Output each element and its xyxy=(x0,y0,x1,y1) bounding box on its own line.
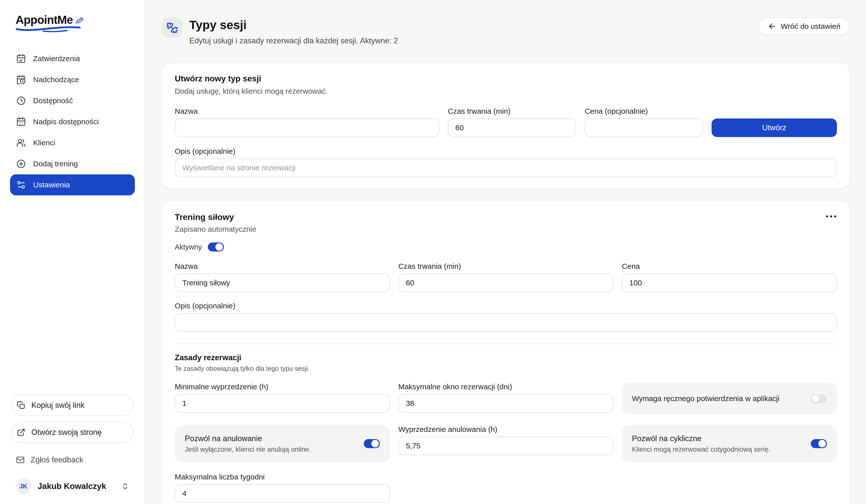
session-duration-input[interactable] xyxy=(398,274,613,292)
min-lead-label: Minimalne wyprzedzenie (h) xyxy=(175,382,390,391)
sidebar-item-ustawienia[interactable]: Ustawienia xyxy=(10,174,135,195)
cancel-lead-input[interactable] xyxy=(398,437,613,455)
session-fields-row: Nazwa Czas trwania (min) Cena xyxy=(175,262,837,292)
create-fields-row: Nazwa Czas trwania (min) Cena (opcjonaln… xyxy=(175,107,837,137)
duration-input[interactable] xyxy=(448,118,576,137)
create-card-subtitle: Dodaj usługę, którą klienci mogą rezerwo… xyxy=(175,87,837,95)
page-subtitle: Edytuj usługi i zasady rezerwacji dla ka… xyxy=(189,36,398,45)
session-name-input[interactable] xyxy=(175,274,390,292)
session-price-group: Cena xyxy=(622,262,837,292)
user-menu[interactable]: JK Jakub Kowalczyk xyxy=(15,479,129,494)
page-title: Typy sesji xyxy=(189,18,398,32)
booking-rules-title: Zasady rezerwacji xyxy=(175,353,837,362)
avatar: JK xyxy=(15,479,31,494)
active-label: Aktywny xyxy=(175,243,202,251)
sidebar-item-label: Klienci xyxy=(33,138,55,147)
back-to-settings-button[interactable]: Wróć do ustawień xyxy=(758,18,850,35)
allow-cancel-label: Pozwól na anulowanie xyxy=(185,434,311,443)
sidebar-item-nadchodzace[interactable]: Nadchodzące xyxy=(10,69,135,90)
app-logo-text: AppointMe xyxy=(15,13,73,26)
sidebar: AppointMe✎ Zatwierdzenia Nadchodzące Dos… xyxy=(0,0,145,504)
recurring-label: Pozwól na cykliczne xyxy=(632,434,770,443)
booking-rules-subtitle: Te zasady obowiązują tylko dla tego typu… xyxy=(175,365,837,373)
max-window-group: Maksymalne okno rezerwacji (dni) xyxy=(398,382,613,413)
duration-field-group: Czas trwania (min) xyxy=(448,107,576,137)
sliders-icon xyxy=(16,180,26,190)
user-name: Jakub Kowalczyk xyxy=(37,481,106,491)
max-window-input[interactable] xyxy=(398,394,613,413)
ellipsis-icon xyxy=(825,215,837,218)
recurring-subtitle: Klienci mogą rezerwować cotygodniową ser… xyxy=(632,446,770,454)
mail-icon xyxy=(16,456,24,464)
calendar-clock-icon xyxy=(16,75,26,85)
copy-icon xyxy=(17,401,25,410)
name-input[interactable] xyxy=(175,118,439,137)
sidebar-item-klienci[interactable]: Klienci xyxy=(10,132,135,153)
section-divider xyxy=(175,344,837,344)
cancel-lead-label: Wyprzedzenie anulowania (h) xyxy=(398,425,613,434)
session-price-input[interactable] xyxy=(622,274,837,292)
session-duration-group: Czas trwania (min) xyxy=(398,262,613,292)
session-types-icon-box xyxy=(162,18,182,38)
max-window-label: Maksymalne okno rezerwacji (dni) xyxy=(398,382,613,391)
calendar-check-icon xyxy=(16,54,26,64)
manual-confirm-box: Wymaga ręcznego potwierdzenia w aplikacj… xyxy=(622,382,837,415)
sidebar-item-label: Nadchodzące xyxy=(33,76,79,84)
copy-link-label: Kopiuj swój link xyxy=(31,401,85,410)
feedback-link[interactable]: Zgłoś feedback xyxy=(16,455,145,465)
sidebar-spacer xyxy=(0,195,145,395)
sidebar-item-zatwierdzenia[interactable]: Zatwierdzenia xyxy=(10,48,135,69)
max-weeks-group: Maksymalna liczba tygodni xyxy=(175,473,390,503)
sidebar-item-dostepnosc[interactable]: Dostępność xyxy=(10,90,135,111)
max-weeks-label: Maksymalna liczba tygodni xyxy=(175,473,390,481)
main-content: Typy sesji Edytuj usługi i zasady rezerw… xyxy=(145,0,866,504)
manual-confirm-toggle[interactable] xyxy=(811,394,827,403)
sidebar-item-label: Dodaj trening xyxy=(33,160,78,168)
price-label: Cena (opcjonalnie) xyxy=(585,107,703,115)
duration-label: Czas trwania (min) xyxy=(448,107,576,115)
active-toggle-row: Aktywny xyxy=(175,242,837,252)
pen-icon: ✎ xyxy=(72,15,86,26)
dumbbell-icon xyxy=(166,22,178,34)
allow-cancel-subtitle: Jeśli wyłączone, klienci nie anulują onl… xyxy=(185,446,311,454)
toggle-knob xyxy=(371,440,379,447)
description-label: Opis (opcjonalnie) xyxy=(175,147,837,156)
active-toggle[interactable] xyxy=(208,242,224,252)
create-card-title: Utwórz nowy typ sesji xyxy=(175,74,837,83)
toggle-knob xyxy=(812,395,819,402)
allow-cancel-toggle[interactable] xyxy=(364,439,380,448)
booking-rules-grid: Minimalne wyprzedzenie (h) Maksymalne ok… xyxy=(175,382,837,503)
session-name-label: Nazwa xyxy=(175,262,390,271)
clock-icon xyxy=(16,96,26,106)
session-card-titles: Trening siłowy Zapisano automatycznie xyxy=(175,212,256,233)
more-options-button[interactable] xyxy=(825,215,837,219)
sidebar-item-nadpis-dostepnosci[interactable]: Nadpis dostępności xyxy=(10,111,135,132)
description-input[interactable] xyxy=(175,159,837,177)
allow-cancel-texts: Pozwól na anulowanie Jeśli wyłączone, kl… xyxy=(185,434,317,454)
sidebar-item-label: Zatwierdzenia xyxy=(33,54,80,63)
name-field-group: Nazwa xyxy=(175,107,439,137)
chevrons-up-down-icon xyxy=(121,482,129,491)
create-button[interactable]: Utwórz xyxy=(712,118,837,137)
allow-cancel-box: Pozwól na anulowanie Jeśli wyłączone, kl… xyxy=(175,425,390,462)
min-lead-input[interactable] xyxy=(175,394,390,413)
feedback-label: Zgłoś feedback xyxy=(31,455,83,465)
create-session-type-card: Utwórz nowy typ sesji Dodaj usługę, któr… xyxy=(162,62,850,188)
avatar-initials: JK xyxy=(19,483,27,490)
users-icon xyxy=(16,138,26,148)
recurring-texts: Pozwól na cykliczne Klienci mogą rezerwo… xyxy=(632,434,776,454)
min-lead-group: Minimalne wyprzedzenie (h) xyxy=(175,382,390,413)
toggle-knob xyxy=(818,440,826,447)
price-input[interactable] xyxy=(585,118,703,137)
copy-link-button[interactable]: Kopiuj swój link xyxy=(11,395,134,416)
open-page-button[interactable]: Otwórz swoją stronę xyxy=(11,422,134,443)
recurring-toggle[interactable] xyxy=(811,439,827,448)
sidebar-item-label: Dostępność xyxy=(33,96,73,105)
toggle-knob xyxy=(215,243,223,251)
price-field-group: Cena (opcjonalnie) xyxy=(585,107,703,137)
session-description-input[interactable] xyxy=(175,313,837,332)
max-weeks-input[interactable] xyxy=(175,484,390,503)
sidebar-nav: Zatwierdzenia Nadchodzące Dostępność Nad… xyxy=(0,48,145,195)
calendar-days-icon xyxy=(16,117,26,127)
sidebar-item-dodaj-trening[interactable]: Dodaj trening xyxy=(10,153,135,174)
